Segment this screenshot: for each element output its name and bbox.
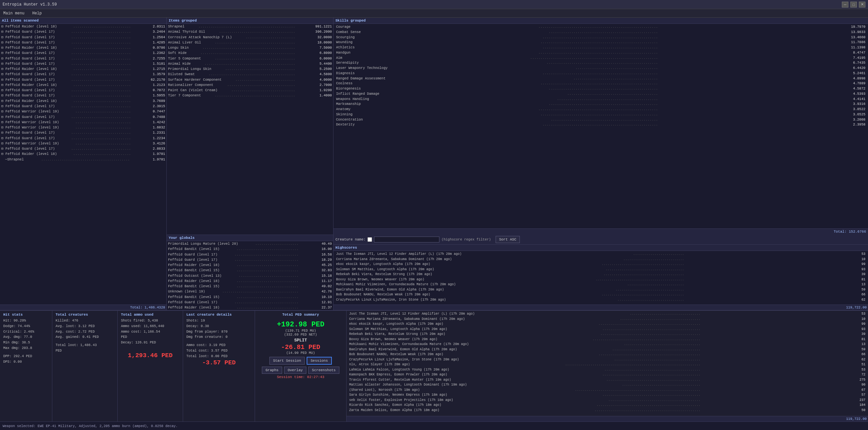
globals-list[interactable]: Primordial Longu Mature (level 20)......… — [167, 241, 333, 310]
total-creatures-block: Total creatures Killed: 476 Avg. loot: 3… — [52, 311, 118, 422]
ped-neg-value: -26.81 PED — [281, 343, 320, 351]
list-item: Feffoid Bandit (level 15)...............… — [167, 284, 333, 289]
mid-column: Items grouped Shrapnel..................… — [167, 18, 334, 310]
items-grouped-list[interactable]: Shrapnel................................… — [167, 24, 333, 235]
list-item: ⊟ Feffoid Guard (level 17)..............… — [0, 104, 166, 109]
highscores-title: Highscores — [334, 245, 868, 251]
right-column: Skills grouped Courage..................… — [334, 18, 868, 310]
close-button[interactable]: ✕ — [859, 2, 865, 7]
lc-decay: Decay: 0.38 — [186, 324, 251, 329]
skills-title: Skills grouped — [334, 18, 868, 24]
highscores-panel: Highscores Just The Iceman JTI, Level 12… — [334, 245, 868, 310]
list-item: Travis Fforest Cutter, Rextelum Hunter (… — [348, 377, 867, 383]
list-item: ⊟ Feffoid Warrior (level 19)............… — [0, 141, 166, 146]
list-item: Scourging...............................… — [335, 35, 867, 40]
overlay-button[interactable]: Overlay — [284, 367, 306, 374]
list-item: Marksmanship............................… — [335, 102, 867, 107]
list-item: Feffoid Bandit (level 15)...............… — [167, 294, 333, 300]
list-item: ⊟ Feffoid Raider (level 18).............… — [0, 45, 166, 50]
title-bar: Entropia Hunter v1.3.59 ─ □ ✕ — [0, 0, 868, 9]
highscores-lower: Just The Iceman JTI, Level 12 Finder Amp… — [346, 311, 868, 422]
start-session-button[interactable]: Start Session — [269, 357, 305, 365]
total-loot-stat: Total loot: 1,486.43PED — [56, 342, 114, 354]
list-item: Skinning................................… — [335, 112, 867, 117]
list-item: Laser Weaponry Technology...............… — [335, 66, 867, 71]
list-item: Mohikaani Mohiz Viimeinen, Cornundacauda… — [335, 282, 867, 287]
list-item: ⊟ Feffoid Raider (level 18).............… — [0, 98, 166, 104]
list-item: ⊟ Feffoid Guard (level 17)..............… — [0, 88, 166, 93]
ped-pos-subtitle: (139.71 PED MU) — [285, 329, 316, 333]
creature-name-checkbox[interactable] — [368, 237, 372, 242]
sort-asc-button[interactable]: Sort ASC — [496, 236, 520, 243]
list-item: Feffoid Raider (level 18)...............… — [167, 262, 333, 268]
list-item: Anatomy.................................… — [335, 107, 867, 112]
hit-stats-block: Hit stats Hit: 90.29% Dodge: 74.44% Crit… — [0, 311, 52, 422]
list-item: ⊟ Feffoid Guard (level 17)..............… — [0, 72, 166, 77]
hit-stat: Hit: 90.29% — [3, 318, 49, 324]
menu-main[interactable]: Main menu — [1, 10, 27, 16]
list-item: seb XeliX foster, Explosive Projectiles … — [348, 398, 867, 403]
globals-title: Your globals — [167, 235, 333, 241]
status-text: Weapon selected: EWE EP-41 Military, Adj… — [3, 424, 178, 428]
list-item: Feffoid Raider (level 18)...............… — [167, 278, 333, 284]
screenshots-button[interactable]: Screenshots — [308, 367, 339, 374]
sessions-button[interactable]: Sessions — [307, 357, 332, 365]
list-item: Soloman SM Matthias, Longtooth Alpha (17… — [335, 267, 867, 272]
dodge-stat: Dodge: 74.44% — [3, 324, 49, 329]
list-item: ⊟ Feffoid Guard (level 17)..............… — [0, 114, 166, 120]
list-item: Bob Boubounet NANOU, Rextelum Weak (17h … — [335, 292, 867, 297]
lc-shots: Shots: 19 — [186, 318, 251, 324]
menu-bar: Main menu Help — [0, 9, 868, 18]
list-item: Rebekah Beki Viera, Rextelum Strong (17h… — [348, 332, 867, 337]
highscores-total: 119,722.00 — [334, 304, 868, 310]
all-items-title: All items scanned — [0, 18, 166, 24]
all-items-panel: All items scanned ⊟ Feffoid Raider (leve… — [0, 18, 167, 310]
total-creatures-title: Total creatures — [56, 313, 114, 317]
list-item: Combat Sense............................… — [335, 30, 867, 35]
list-item: ⊟ Feffoid Guard (level 17)..............… — [0, 146, 166, 151]
list-item: Handgun.................................… — [335, 50, 867, 56]
list-item: Unknown (level 19)......................… — [167, 289, 333, 294]
list-item: Feffoid Bandit (level 15)...............… — [167, 268, 333, 273]
lc-ammo-cost: Ammo cost: 3.19 PED — [186, 342, 251, 348]
minimize-button[interactable]: ─ — [842, 2, 848, 7]
list-item: Lahmia Lahmia Falcon, Longtooth Young (1… — [348, 367, 867, 372]
list-item: Feffoid Bandit (level 15)...............… — [167, 246, 333, 252]
ped-summary-title: Total PED summary — [259, 313, 342, 317]
filter-label: (highscore regex filter) — [441, 237, 491, 241]
dpp-stat: DPP: 292.4 PED — [3, 354, 49, 359]
last-creature-block: Last creature details Shots: 19 Decay: 0… — [183, 311, 255, 422]
list-item: Sara Girlyn Sunshine, Neomex Empress (17… — [348, 392, 867, 398]
highscores-list[interactable]: Just The Iceman JTI, Level 12 Finder Amp… — [334, 251, 868, 304]
list-item: ekoc ekocik kaspr, Longtooth Alpha (17h … — [348, 322, 867, 327]
avg-gained-stat: Avg. gained: 0.41 PED — [56, 334, 114, 340]
list-item: ⊟ Feffoid Guard (level 17)..............… — [0, 130, 166, 135]
list-item: ⊟ Feffoid Guard (level 17)..............… — [0, 35, 166, 40]
menu-help[interactable]: Help — [30, 10, 44, 16]
list-item: ⊟ Feffoid Guard (level 17)..............… — [0, 136, 166, 141]
list-item: Paint Can (Violet Cream)................… — [167, 88, 333, 93]
list-item: Boxxy Giza Brown, Neomex Weaver (17h 20m… — [335, 277, 867, 282]
highscores-lower-list[interactable]: Just The Iceman JTI, Level 12 Finder Amp… — [346, 311, 868, 416]
total-ammo-value: 1,293.46 PED — [121, 352, 180, 359]
maximize-button[interactable]: □ — [850, 2, 857, 7]
list-item: CrazyPecurkA LinuX LjuTaMasinA, Iron Sto… — [335, 297, 867, 303]
list-item: Bioregenesis............................… — [335, 86, 867, 92]
highscores-lower-total: 119,722.00 — [346, 416, 868, 422]
graphs-button[interactable]: Graphs — [262, 367, 282, 374]
list-item: Inflict Ranged Damage...................… — [335, 92, 867, 97]
list-item: Feffoid Raider (level 18)...............… — [167, 305, 333, 310]
list-item: Primordial Longu Skin...................… — [167, 66, 333, 72]
list-item: Feffoid Guard (level 17)................… — [167, 300, 333, 305]
list-item: ⊟ Feffoid Warrior (level 19)............… — [0, 125, 166, 130]
list-item: ⊟ Feffoid Raider (level 18).............… — [0, 151, 166, 157]
list-item: ekoc ekocik kaspr, Longtooth Alpha (17h … — [335, 262, 867, 267]
max-dmg-stat: Max dmg: 203.8 — [3, 345, 49, 351]
creature-name-input[interactable] — [374, 237, 439, 242]
ped-neg-subtitle: (14.90 PED MU) — [286, 351, 315, 355]
list-item: Animal Liver Oil........................… — [167, 40, 333, 45]
list-item: Primordial Longu Mature (level 20)......… — [167, 241, 333, 246]
list-item: ─Shrapnel...............................… — [0, 157, 166, 162]
creature-name-row: Creature name: (highscore regex filter) … — [334, 235, 868, 245]
all-items-list[interactable]: ⊟ Feffoid Raider (level 18).............… — [0, 24, 166, 304]
